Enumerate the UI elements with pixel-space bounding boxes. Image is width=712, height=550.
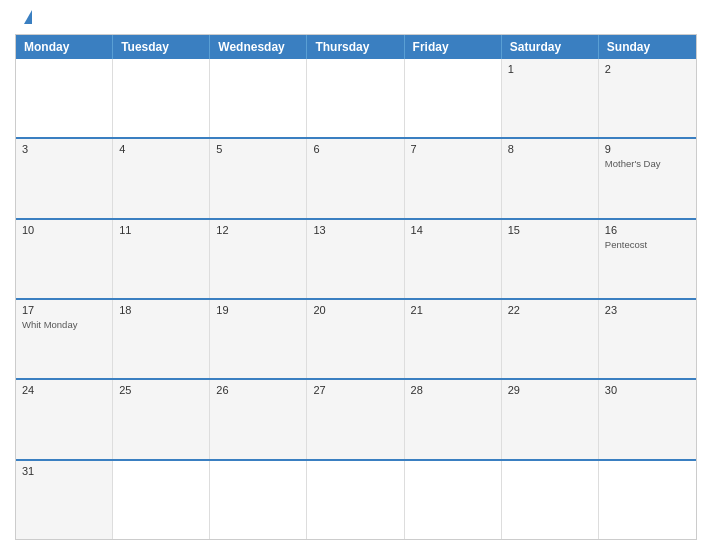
day-number: 7 [411, 143, 495, 155]
day-number: 25 [119, 384, 203, 396]
calendar-cell: 6 [307, 139, 404, 217]
day-number: 20 [313, 304, 397, 316]
day-number: 19 [216, 304, 300, 316]
day-number: 29 [508, 384, 592, 396]
calendar-cell [113, 59, 210, 137]
calendar-cell: 31 [16, 461, 113, 539]
logo [20, 10, 32, 26]
calendar-week-2: 3456789Mother's Day [16, 137, 696, 217]
day-number: 22 [508, 304, 592, 316]
header-sunday: Sunday [599, 35, 696, 59]
calendar-cell: 27 [307, 380, 404, 458]
calendar-cell: 18 [113, 300, 210, 378]
calendar-cell: 22 [502, 300, 599, 378]
day-number: 13 [313, 224, 397, 236]
header-monday: Monday [16, 35, 113, 59]
day-number: 10 [22, 224, 106, 236]
calendar-cell: 14 [405, 220, 502, 298]
calendar-cell [405, 59, 502, 137]
calendar-cell: 26 [210, 380, 307, 458]
header-tuesday: Tuesday [113, 35, 210, 59]
day-number: 6 [313, 143, 397, 155]
header [15, 10, 697, 26]
day-number: 5 [216, 143, 300, 155]
calendar: Monday Tuesday Wednesday Thursday Friday… [15, 34, 697, 540]
calendar-cell: 16Pentecost [599, 220, 696, 298]
calendar-cell: 23 [599, 300, 696, 378]
day-number: 26 [216, 384, 300, 396]
calendar-cell: 15 [502, 220, 599, 298]
calendar-cell [307, 461, 404, 539]
day-number: 1 [508, 63, 592, 75]
logo-triangle-icon [24, 10, 32, 24]
day-number: 18 [119, 304, 203, 316]
calendar-cell: 8 [502, 139, 599, 217]
calendar-cell [405, 461, 502, 539]
calendar-cell: 12 [210, 220, 307, 298]
day-event: Mother's Day [605, 158, 690, 169]
header-friday: Friday [405, 35, 502, 59]
day-number: 3 [22, 143, 106, 155]
header-saturday: Saturday [502, 35, 599, 59]
calendar-cell [210, 461, 307, 539]
calendar-cell: 19 [210, 300, 307, 378]
calendar-week-3: 10111213141516Pentecost [16, 218, 696, 298]
day-number: 11 [119, 224, 203, 236]
calendar-cell [599, 461, 696, 539]
day-number: 8 [508, 143, 592, 155]
day-number: 15 [508, 224, 592, 236]
day-number: 27 [313, 384, 397, 396]
day-number: 21 [411, 304, 495, 316]
day-number: 24 [22, 384, 106, 396]
day-number: 28 [411, 384, 495, 396]
calendar-cell: 10 [16, 220, 113, 298]
day-event: Pentecost [605, 239, 690, 250]
day-event: Whit Monday [22, 319, 106, 330]
day-number: 9 [605, 143, 690, 155]
calendar-cell: 3 [16, 139, 113, 217]
calendar-cell: 7 [405, 139, 502, 217]
page: Monday Tuesday Wednesday Thursday Friday… [0, 0, 712, 550]
calendar-cell: 21 [405, 300, 502, 378]
calendar-week-5: 24252627282930 [16, 378, 696, 458]
day-number: 2 [605, 63, 690, 75]
calendar-cell: 17Whit Monday [16, 300, 113, 378]
day-number: 16 [605, 224, 690, 236]
day-number: 4 [119, 143, 203, 155]
calendar-cell: 13 [307, 220, 404, 298]
calendar-cell: 1 [502, 59, 599, 137]
calendar-cell [16, 59, 113, 137]
header-thursday: Thursday [307, 35, 404, 59]
calendar-cell [502, 461, 599, 539]
calendar-week-1: 12 [16, 59, 696, 137]
calendar-cell [210, 59, 307, 137]
calendar-cell [113, 461, 210, 539]
calendar-cell: 4 [113, 139, 210, 217]
calendar-cell: 11 [113, 220, 210, 298]
calendar-cell: 30 [599, 380, 696, 458]
calendar-week-6: 31 [16, 459, 696, 539]
calendar-cell: 29 [502, 380, 599, 458]
calendar-cell: 2 [599, 59, 696, 137]
day-number: 31 [22, 465, 106, 477]
calendar-cell: 28 [405, 380, 502, 458]
calendar-cell [307, 59, 404, 137]
calendar-header: Monday Tuesday Wednesday Thursday Friday… [16, 35, 696, 59]
calendar-cell: 9Mother's Day [599, 139, 696, 217]
day-number: 17 [22, 304, 106, 316]
header-wednesday: Wednesday [210, 35, 307, 59]
calendar-week-4: 17Whit Monday181920212223 [16, 298, 696, 378]
day-number: 12 [216, 224, 300, 236]
day-number: 23 [605, 304, 690, 316]
calendar-cell: 25 [113, 380, 210, 458]
calendar-cell: 20 [307, 300, 404, 378]
day-number: 14 [411, 224, 495, 236]
calendar-cell: 24 [16, 380, 113, 458]
calendar-cell: 5 [210, 139, 307, 217]
calendar-body: 123456789Mother's Day10111213141516Pente… [16, 59, 696, 539]
day-number: 30 [605, 384, 690, 396]
